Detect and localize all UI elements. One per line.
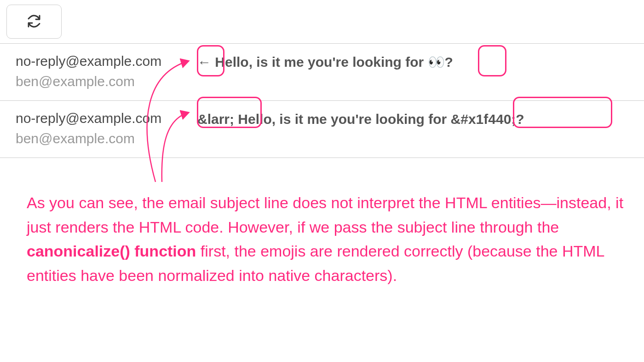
email-row[interactable]: no-reply@example.com ben@example.com &la… <box>0 101 644 158</box>
email-to: ben@example.com <box>16 72 197 91</box>
caption-text-bold: canonicalize() function <box>27 242 196 260</box>
refresh-icon <box>27 14 41 30</box>
email-list: no-reply@example.com ben@example.com ← H… <box>0 43 644 158</box>
email-from: no-reply@example.com <box>16 52 197 70</box>
email-sender-block: no-reply@example.com ben@example.com <box>16 109 197 148</box>
caption-text-post: first, the emojis are rendered correctly… <box>27 242 604 284</box>
refresh-button[interactable] <box>6 5 62 39</box>
email-row[interactable]: no-reply@example.com ben@example.com ← H… <box>0 44 644 101</box>
toolbar <box>0 0 644 43</box>
email-subject: ← Hello, is it me you're looking for 👀? <box>197 52 453 71</box>
caption-text-pre: As you can see, the email subject line d… <box>27 194 623 236</box>
email-subject: &larr; Hello, is it me you're looking fo… <box>197 109 524 128</box>
email-from: no-reply@example.com <box>16 109 197 127</box>
email-sender-block: no-reply@example.com ben@example.com <box>16 52 197 91</box>
annotation-caption: As you can see, the email subject line d… <box>27 191 625 288</box>
email-to: ben@example.com <box>16 129 197 148</box>
